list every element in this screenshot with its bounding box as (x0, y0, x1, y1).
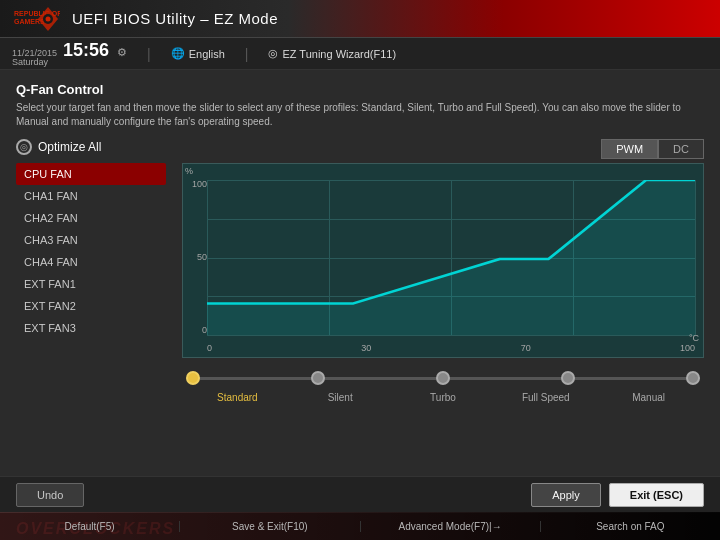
label-standard: Standard (186, 392, 289, 403)
pwm-button[interactable]: PWM (601, 139, 658, 159)
language-label: English (189, 48, 225, 60)
wizard-label: EZ Tuning Wizard(F11) (282, 48, 396, 60)
header: REPUBLIC OF GAMERS UEFI BIOS Utility – E… (0, 0, 720, 38)
fan-chart: % 100 50 0 (182, 163, 704, 358)
fan-item-ext2[interactable]: EXT FAN2 (16, 295, 166, 317)
chart-x-axis: 0 30 70 100 (207, 343, 695, 353)
chart-area: PWM DC % 100 50 0 (182, 139, 704, 403)
content-area: ◎ Optimize All CPU FAN CHA1 FAN CHA2 FAN… (16, 139, 704, 403)
exit-button[interactable]: Exit (ESC) (609, 483, 704, 507)
ez-tuning-wizard[interactable]: ◎ EZ Tuning Wizard(F11) (268, 47, 396, 60)
toolbar: 11/21/2015 Saturday 15:56 ⚙ | 🌐 English … (0, 38, 720, 70)
y-label-50: 50 (197, 253, 207, 262)
label-manual: Manual (597, 392, 700, 403)
x-label-70: 70 (521, 343, 531, 353)
date-line2: Saturday (12, 58, 57, 67)
chart-y-label: % (185, 166, 193, 176)
main-content: Q-Fan Control Select your target fan and… (0, 70, 720, 476)
globe-icon: 🌐 (171, 47, 185, 60)
slider-knob-turbo[interactable] (436, 371, 450, 385)
label-turbo: Turbo (392, 392, 495, 403)
optimize-all-label: Optimize All (38, 140, 101, 154)
bottom-buttons-bar: Undo Apply Exit (ESC) (0, 476, 720, 512)
undo-button[interactable]: Undo (16, 483, 84, 507)
fan-list: ◎ Optimize All CPU FAN CHA1 FAN CHA2 FAN… (16, 139, 166, 403)
wizard-icon: ◎ (268, 47, 278, 60)
x-label-30: 30 (361, 343, 371, 353)
footer: OVERCLOCKERS Default(F5) Save & Exit(F10… (0, 512, 720, 540)
footer-advanced-mode[interactable]: Advanced Mode(F7)|→ (361, 521, 541, 532)
header-title: UEFI BIOS Utility – EZ Mode (72, 10, 278, 27)
footer-items: Default(F5) Save & Exit(F10) Advanced Mo… (0, 521, 720, 532)
panel-title: Q-Fan Control (16, 82, 704, 97)
dc-button[interactable]: DC (658, 139, 704, 159)
slider-knob-fullspeed[interactable] (561, 371, 575, 385)
datetime-display: 11/21/2015 Saturday 15:56 ⚙ (12, 40, 127, 67)
fan-item-ext1[interactable]: EXT FAN1 (16, 273, 166, 295)
footer-search-faq[interactable]: Search on FAQ (541, 521, 720, 532)
chart-mode-controls: PWM DC (182, 139, 704, 159)
svg-marker-6 (207, 180, 695, 335)
optimize-all-button[interactable]: ◎ Optimize All (16, 139, 166, 155)
chart-svg (207, 180, 695, 335)
slider-track-container (186, 368, 700, 388)
footer-default[interactable]: Default(F5) (0, 521, 180, 532)
label-full-speed: Full Speed (494, 392, 597, 403)
slider-knob-manual[interactable] (686, 371, 700, 385)
chart-x-unit: °C (689, 333, 699, 343)
footer-save-exit[interactable]: Save & Exit(F10) (180, 521, 360, 532)
fan-item-cha3[interactable]: CHA3 FAN (16, 229, 166, 251)
fan-item-ext3[interactable]: EXT FAN3 (16, 317, 166, 339)
fan-item-cpu[interactable]: CPU FAN (16, 163, 166, 185)
panel-description: Select your target fan and then move the… (16, 101, 704, 129)
chart-y-axis: 100 50 0 (185, 180, 207, 335)
fan-item-cha2[interactable]: CHA2 FAN (16, 207, 166, 229)
x-label-100: 100 (680, 343, 695, 353)
y-label-100: 100 (192, 180, 207, 189)
label-silent: Silent (289, 392, 392, 403)
slider-labels: Standard Silent Turbo Full Speed Manual (186, 392, 700, 403)
apply-button[interactable]: Apply (531, 483, 601, 507)
optimize-icon: ◎ (16, 139, 32, 155)
time-display: 15:56 (63, 40, 109, 61)
svg-point-5 (46, 16, 51, 21)
rog-logo: REPUBLIC OF GAMERS (12, 5, 60, 33)
slider-knobs (186, 371, 700, 385)
fan-item-cha4[interactable]: CHA4 FAN (16, 251, 166, 273)
profile-slider-area: Standard Silent Turbo Full Speed Manual (182, 368, 704, 403)
x-label-0: 0 (207, 343, 212, 353)
slider-knob-silent[interactable] (311, 371, 325, 385)
fan-item-cha1[interactable]: CHA1 FAN (16, 185, 166, 207)
settings-icon[interactable]: ⚙ (117, 46, 127, 59)
slider-knob-standard[interactable] (186, 371, 200, 385)
language-selector[interactable]: 🌐 English (171, 47, 225, 60)
